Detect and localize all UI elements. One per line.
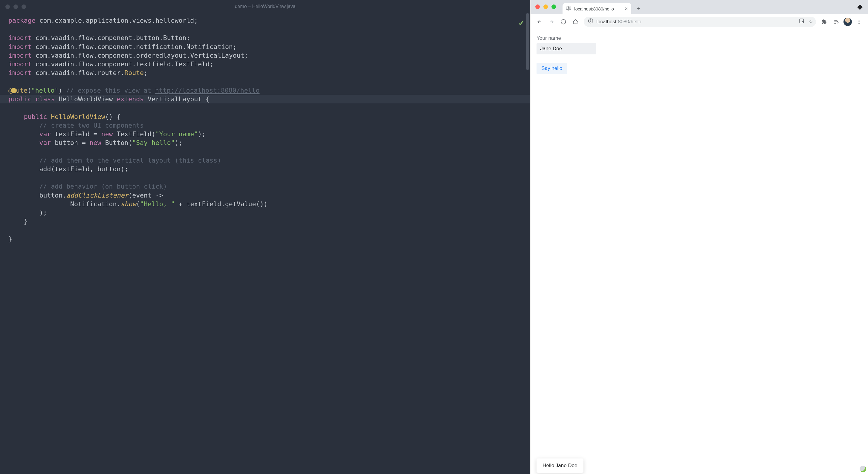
browser-window: 🌐︎ localhost:8080/hello × + localhost:80… bbox=[530, 0, 868, 474]
ide-window-title: demo – HelloWorldView.java bbox=[235, 4, 296, 9]
tabstrip-menu-icon[interactable] bbox=[857, 4, 863, 10]
ide-traffic-lights bbox=[5, 4, 26, 9]
code-editor[interactable]: package com.example.application.views.he… bbox=[0, 13, 530, 474]
ide-min-dot[interactable] bbox=[13, 4, 18, 9]
svg-point-9 bbox=[859, 23, 859, 24]
browser-max-dot[interactable] bbox=[552, 4, 556, 9]
svg-point-8 bbox=[859, 21, 859, 22]
name-input[interactable] bbox=[536, 43, 596, 54]
web-page: Your name Say hello Hello Jane Doe bbox=[531, 29, 868, 474]
browser-close-dot[interactable] bbox=[535, 4, 540, 9]
url-text: localhost:8080/hello bbox=[596, 19, 796, 25]
bookmark-star-icon[interactable]: ☆ bbox=[808, 19, 813, 25]
ide-titlebar: demo – HelloWorldView.java bbox=[0, 0, 530, 13]
browser-tabstrip: 🌐︎ localhost:8080/hello × + bbox=[531, 0, 868, 14]
reading-list-icon[interactable] bbox=[831, 17, 842, 27]
home-button[interactable] bbox=[570, 17, 581, 27]
vaadin-dev-badge-icon[interactable] bbox=[860, 466, 866, 472]
browser-menu-icon[interactable] bbox=[854, 17, 864, 27]
notification-toast: Hello Jane Doe bbox=[536, 459, 583, 473]
browser-min-dot[interactable] bbox=[544, 4, 548, 9]
install-pwa-icon[interactable] bbox=[799, 18, 804, 25]
nav-back-button[interactable] bbox=[534, 17, 545, 27]
globe-icon: 🌐︎ bbox=[566, 6, 571, 12]
ide-window: demo – HelloWorldView.java ✓ package com… bbox=[0, 0, 530, 474]
extensions-icon[interactable] bbox=[819, 17, 830, 27]
nav-forward-button[interactable] bbox=[546, 17, 557, 27]
reload-button[interactable] bbox=[558, 17, 569, 27]
name-field-label: Your name bbox=[536, 35, 862, 41]
ide-max-dot[interactable] bbox=[22, 4, 26, 9]
svg-rect-3 bbox=[800, 19, 804, 23]
tab-close-icon[interactable]: × bbox=[625, 6, 628, 12]
tab-title: localhost:8080/hello bbox=[574, 6, 614, 11]
new-tab-button[interactable]: + bbox=[634, 4, 643, 13]
kw-package: package bbox=[8, 17, 36, 24]
browser-tab[interactable]: 🌐︎ localhost:8080/hello × bbox=[562, 3, 631, 14]
svg-point-7 bbox=[859, 20, 859, 20]
ide-close-dot[interactable] bbox=[5, 4, 10, 9]
address-bar[interactable]: localhost:8080/hello ☆ bbox=[584, 17, 816, 27]
site-info-icon[interactable] bbox=[588, 18, 593, 25]
browser-toolbar: localhost:8080/hello ☆ bbox=[531, 14, 868, 29]
say-hello-button[interactable]: Say hello bbox=[536, 63, 567, 74]
browser-traffic-lights bbox=[535, 4, 556, 9]
profile-avatar[interactable] bbox=[843, 18, 852, 26]
